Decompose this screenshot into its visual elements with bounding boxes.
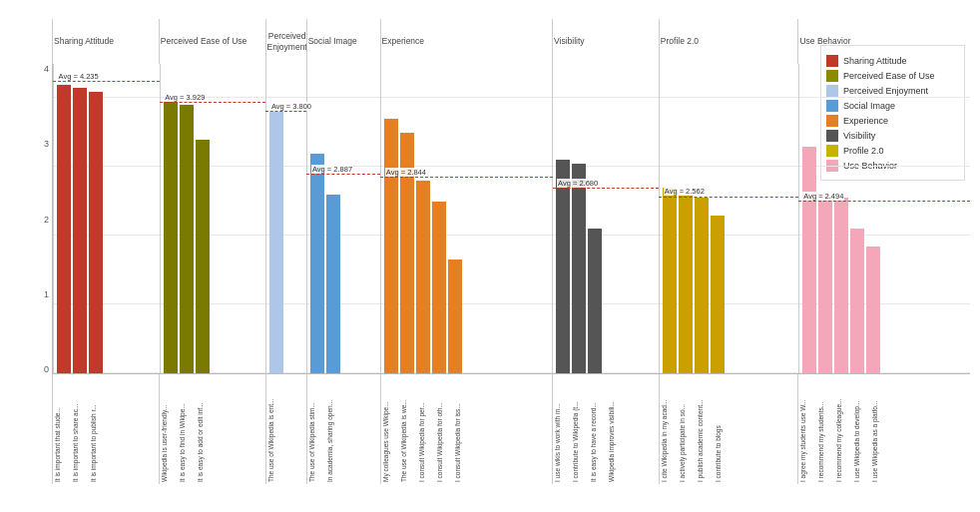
bar-group [265,64,306,373]
y-tick-label: 3 [30,139,52,149]
x-label-group: I cite Wikipedia in my acad...I actively… [659,374,798,484]
bar [695,198,709,373]
x-label: The use of Wikipedia stim... [308,374,324,484]
bar [57,85,71,373]
x-label: I use Wikipedia to develop... [853,374,869,484]
bar-group [53,64,160,373]
bars-area: Sharing AttitudePerceived Ease of UsePer… [52,19,970,374]
bar [310,154,324,373]
y-tick-label: 1 [30,289,52,299]
bar [400,133,414,373]
x-label: It is easy to find in Wikipe... [179,374,195,484]
chart-container: Sharing AttitudePerceived Ease of UsePer… [0,0,980,512]
x-label: In academia, sharing open... [326,374,342,484]
group-header: Social Image [306,19,380,64]
x-label: It is easy to have a record... [590,374,606,484]
y-tick-label: 4 [30,64,52,74]
bar [73,88,87,373]
x-label-group: My colleagues use Wikipe...The use of Wi… [380,374,553,484]
x-label-group: I use wikis to work with m...I contribut… [552,374,659,484]
bar [326,195,340,373]
x-label: It is important to share ac... [72,374,88,484]
group-header: Perceived Enjoyment [265,19,306,64]
bar-group [798,64,970,373]
x-label: I contribute to Wikipedia (t... [572,374,588,484]
bar [802,147,816,373]
bar [180,105,194,373]
x-label-group: I agree my students use W...I recommend … [797,374,970,484]
group-header: Use Behavior [797,19,970,64]
bar [269,112,283,373]
x-label: I contribute to blogs [715,374,731,484]
bar [572,164,586,373]
x-label: It is important to publish r... [90,374,106,484]
x-label: I use Wikipedia as a platfo... [871,374,887,484]
bar [663,188,677,373]
bar [818,195,832,373]
bar-group [306,64,380,373]
bar [866,247,880,373]
bar [432,202,446,373]
x-label-group: Wikipedia is user-friendly...It is easy … [159,374,265,484]
y-axis-label [10,15,30,484]
bar [711,216,725,373]
x-label: I consult Wikipedia for per... [418,374,434,484]
x-label-group: The use of Wikipedia is ent... [265,374,306,484]
bar [89,92,103,373]
x-label: I publish academic content... [697,374,713,484]
x-label-group: It is important that stude...It is impor… [52,374,159,484]
bar [384,119,398,373]
bar [556,160,570,373]
x-label: I recommend my colleague... [835,374,851,484]
x-label: Wikipedia improves visibili... [608,374,624,484]
x-label: I consult Wikipedia for iss... [454,374,470,484]
bar [196,140,210,373]
y-tick-label: 0 [30,364,52,374]
x-label: I use wikis to work with m... [554,374,570,484]
group-header: Visibility [552,19,659,64]
bar-group [160,64,266,373]
bar [416,181,430,373]
x-label: I consult Wikipedia for oth... [436,374,452,484]
x-label: I agree my students use W... [799,374,815,484]
bar [164,102,178,373]
bar [679,195,693,373]
x-label: I cite Wikipedia in my acad... [661,374,677,484]
bar [588,229,602,373]
group-header: Sharing Attitude [52,19,159,64]
x-label: Wikipedia is user-friendly... [161,374,177,484]
chart-area: Sharing AttitudePerceived Ease of UsePer… [10,15,970,484]
group-header: Perceived Ease of Use [159,19,265,64]
x-label: It is important that stude... [54,374,70,484]
x-label: The use of Wikipedia is we... [400,374,416,484]
bar-group [552,64,659,373]
group-header: Profile 2.0 [659,19,798,64]
bar [448,259,462,373]
y-tick-label: 2 [30,215,52,225]
bar-group [380,64,552,373]
x-label: The use of Wikipedia is ent... [267,374,283,484]
x-label: It is easy to add or edit inf... [197,374,213,484]
chart-main: 01234 Sharing AttitudePerceived Ease of … [30,15,970,484]
x-label-group: The use of Wikipedia stim...In academia,… [306,374,380,484]
x-label: I recommend my students... [817,374,833,484]
x-label: My colleagues use Wikipe... [382,374,398,484]
bar [850,229,864,373]
bar-group [659,64,797,373]
x-label: I actively participate in so... [679,374,695,484]
group-header: Experience [380,19,553,64]
bar [834,198,848,373]
